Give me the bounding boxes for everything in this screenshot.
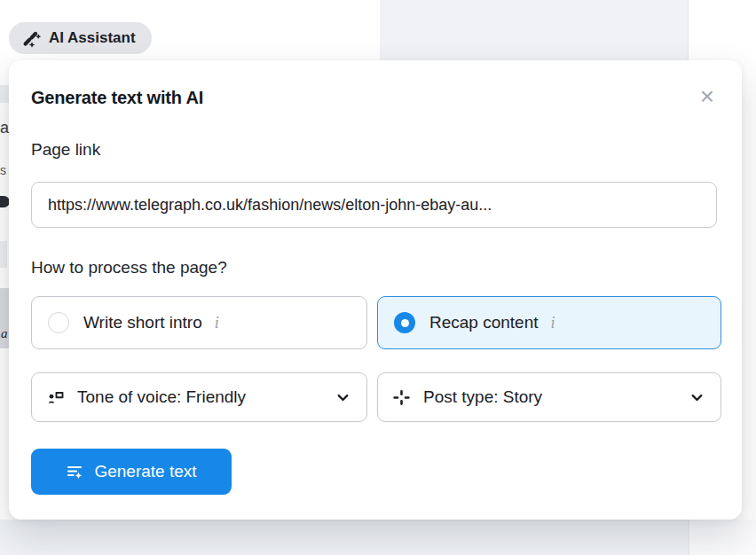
info-icon[interactable]: i: [551, 313, 555, 332]
info-icon[interactable]: i: [215, 313, 219, 332]
background-fragment-text: a: [1, 326, 9, 344]
dashed-cross-icon: [392, 388, 411, 407]
tone-of-voice-dropdown[interactable]: Tone of voice: Friendly: [31, 372, 367, 422]
radio-unselected[interactable]: [48, 312, 69, 333]
process-question-label: How to process the page?: [31, 258, 227, 278]
radio-dot: [401, 319, 409, 327]
option-label: Write short intro: [83, 313, 202, 332]
option-recap-content[interactable]: Recap content i: [377, 296, 721, 349]
background-fragment-text: s: [0, 163, 8, 179]
background-fragment-text: al: [0, 119, 9, 138]
close-icon[interactable]: ×: [692, 82, 722, 112]
post-type-label: Post type: Story: [423, 387, 542, 407]
post-type-dropdown[interactable]: Post type: Story: [377, 372, 721, 422]
modal-title: Generate text with AI: [31, 88, 203, 108]
chevron-down-icon: [335, 390, 350, 405]
background-panel-bottom: [0, 520, 689, 555]
ai-assistant-button[interactable]: AI Assistant: [9, 22, 152, 54]
page-link-label: Page link: [31, 140, 100, 160]
background-panel-bottom-right: [690, 520, 756, 555]
ai-assistant-label: AI Assistant: [49, 29, 136, 47]
option-write-short-intro[interactable]: Write short intro i: [31, 296, 367, 349]
tone-of-voice-label: Tone of voice: Friendly: [77, 387, 246, 407]
background-panel-top: [380, 0, 689, 60]
background-fragment: [0, 241, 7, 268]
chevron-down-icon: [689, 390, 705, 405]
screen: al s a AI Assistant Generate text with A…: [0, 0, 756, 555]
ai-pen-sparkle-icon: [21, 28, 41, 48]
generate-text-button[interactable]: Generate text: [31, 449, 232, 495]
text-lines-sparkle-icon: [66, 463, 84, 481]
person-speech-bubble-icon: [46, 388, 65, 407]
generate-text-label: Generate text: [94, 462, 196, 481]
option-label: Recap content: [429, 313, 539, 332]
radio-selected[interactable]: [394, 312, 415, 333]
background-fragment: [0, 85, 9, 103]
page-link-input[interactable]: [31, 182, 717, 228]
generate-text-modal: Generate text with AI × Page link How to…: [9, 60, 742, 520]
